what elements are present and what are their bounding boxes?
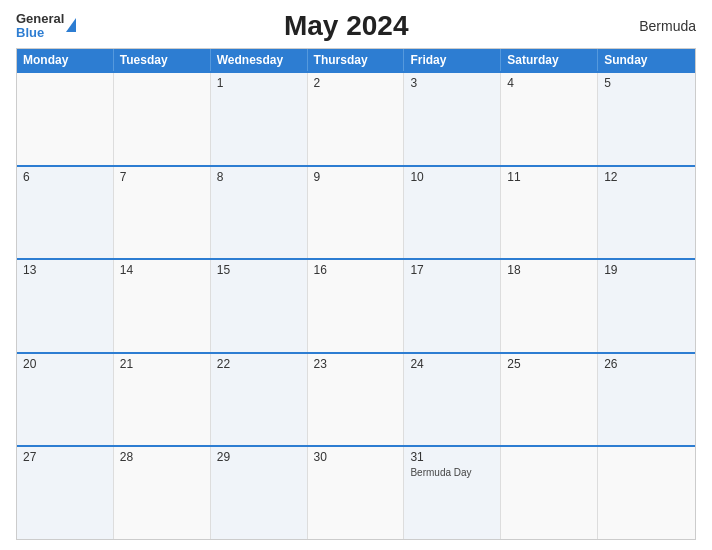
day-number: 10 [410,171,494,183]
logo-text-block: General Blue [16,12,64,41]
day-number: 3 [410,77,494,89]
week-row-4: 20 21 22 23 24 25 26 [17,352,695,446]
day-number: 4 [507,77,591,89]
header-friday: Friday [404,49,501,71]
header-wednesday: Wednesday [211,49,308,71]
logo-triangle-icon [66,18,76,32]
day-cell-w4-fri: 24 [404,354,501,446]
day-number: 12 [604,171,689,183]
day-cell-w3-wed: 15 [211,260,308,352]
day-number: 22 [217,358,301,370]
day-number: 28 [120,451,204,463]
day-number: 17 [410,264,494,276]
day-number: 19 [604,264,689,276]
day-cell-w2-mon: 6 [17,167,114,259]
day-cell-w1-wed: 1 [211,73,308,165]
calendar: Monday Tuesday Wednesday Thursday Friday… [16,48,696,540]
day-cell-w4-wed: 22 [211,354,308,446]
day-number: 11 [507,171,591,183]
header-tuesday: Tuesday [114,49,211,71]
day-headers-row: Monday Tuesday Wednesday Thursday Friday… [17,49,695,71]
day-cell-w3-thu: 16 [308,260,405,352]
logo-blue: Blue [16,26,64,40]
day-cell-w1-thu: 2 [308,73,405,165]
day-number: 2 [314,77,398,89]
day-cell-w5-fri: 31 Bermuda Day [404,447,501,539]
logo-general: General [16,12,64,26]
day-number: 6 [23,171,107,183]
day-number: 16 [314,264,398,276]
week-row-1: 1 2 3 4 5 [17,71,695,165]
day-cell-w3-fri: 17 [404,260,501,352]
day-cell-w2-wed: 8 [211,167,308,259]
day-cell-w5-tue: 28 [114,447,211,539]
day-cell-w4-sat: 25 [501,354,598,446]
day-cell-w5-wed: 29 [211,447,308,539]
day-cell-w2-sat: 11 [501,167,598,259]
header-thursday: Thursday [308,49,405,71]
bermuda-day-event: Bermuda Day [410,467,494,478]
day-cell-w4-tue: 21 [114,354,211,446]
day-number: 1 [217,77,301,89]
day-cell-w4-sun: 26 [598,354,695,446]
day-number: 25 [507,358,591,370]
logo-text: General Blue [16,12,64,41]
day-number: 27 [23,451,107,463]
day-cell-w1-mon [17,73,114,165]
day-cell-w4-thu: 23 [308,354,405,446]
header-monday: Monday [17,49,114,71]
day-number: 9 [314,171,398,183]
day-cell-w2-tue: 7 [114,167,211,259]
day-number: 14 [120,264,204,276]
day-number: 20 [23,358,107,370]
day-number: 23 [314,358,398,370]
week-row-5: 27 28 29 30 31 Bermuda Day [17,445,695,539]
day-cell-w3-sat: 18 [501,260,598,352]
week-row-2: 6 7 8 9 10 11 12 [17,165,695,259]
day-cell-w1-tue [114,73,211,165]
day-number: 15 [217,264,301,276]
header-sunday: Sunday [598,49,695,71]
day-number: 18 [507,264,591,276]
day-number: 21 [120,358,204,370]
day-cell-w4-mon: 20 [17,354,114,446]
day-number: 29 [217,451,301,463]
day-cell-w3-mon: 13 [17,260,114,352]
day-number: 5 [604,77,689,89]
day-number: 31 [410,451,494,463]
region-label: Bermuda [616,18,696,34]
logo: General Blue [16,12,76,41]
page: General Blue May 2024 Bermuda Monday Tue… [0,0,712,550]
day-cell-w5-sat [501,447,598,539]
day-number: 13 [23,264,107,276]
day-number: 30 [314,451,398,463]
header: General Blue May 2024 Bermuda [16,10,696,42]
header-saturday: Saturday [501,49,598,71]
day-number: 8 [217,171,301,183]
calendar-title: May 2024 [76,10,616,42]
day-cell-w2-fri: 10 [404,167,501,259]
day-cell-w1-sat: 4 [501,73,598,165]
week-row-3: 13 14 15 16 17 18 19 [17,258,695,352]
day-cell-w1-sun: 5 [598,73,695,165]
day-cell-w2-sun: 12 [598,167,695,259]
day-cell-w5-mon: 27 [17,447,114,539]
weeks-container: 1 2 3 4 5 6 7 8 9 10 11 12 13 14 15 [17,71,695,539]
day-number: 24 [410,358,494,370]
day-cell-w2-thu: 9 [308,167,405,259]
day-number: 26 [604,358,689,370]
day-cell-w3-tue: 14 [114,260,211,352]
day-cell-w5-thu: 30 [308,447,405,539]
day-cell-w1-fri: 3 [404,73,501,165]
day-number: 7 [120,171,204,183]
day-cell-w5-sun [598,447,695,539]
day-cell-w3-sun: 19 [598,260,695,352]
